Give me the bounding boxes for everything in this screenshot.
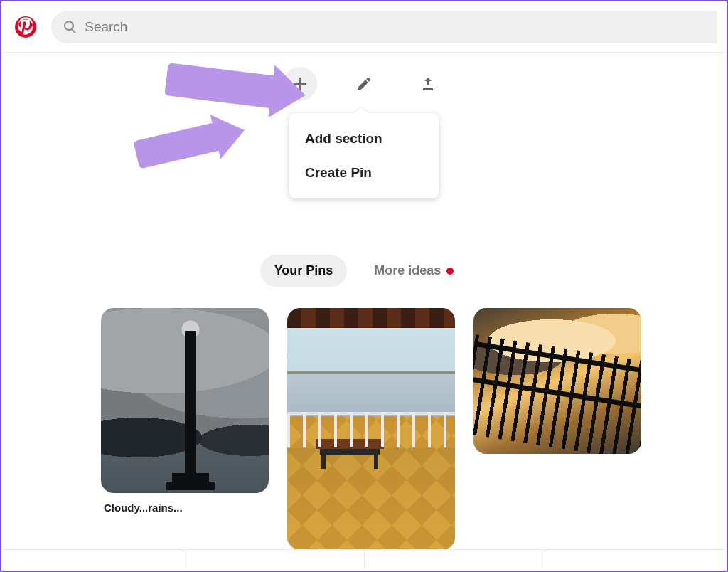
search-icon [63, 19, 77, 35]
board-tabs: Your Pins More ideas [1, 255, 727, 287]
pin-card[interactable]: Cloudy...rains... [101, 308, 269, 514]
pinterest-logo-icon [15, 16, 36, 38]
footer-bar [3, 549, 725, 569]
search-input[interactable] [85, 19, 705, 35]
fence-silhouette [473, 327, 641, 454]
pin-card[interactable] [287, 308, 455, 550]
share-button[interactable] [411, 67, 445, 101]
upload-icon [419, 75, 437, 92]
tab-more-ideas-label: More ideas [374, 263, 441, 278]
create-pin-item[interactable]: Create Pin [289, 156, 439, 190]
edit-button[interactable] [347, 67, 381, 101]
add-dropdown: Add section Create Pin [289, 113, 439, 198]
board-actions: Add section Create Pin [1, 67, 727, 101]
pin-image [287, 308, 455, 550]
add-section-item[interactable]: Add section [289, 122, 439, 156]
pin-image [473, 308, 641, 454]
pin-caption: Cloudy...rains... [104, 502, 266, 514]
tab-your-pins[interactable]: Your Pins [260, 255, 348, 287]
tab-more-ideas[interactable]: More ideas [360, 255, 468, 287]
pin-image [101, 308, 269, 493]
pencil-icon [355, 75, 373, 92]
search-bar[interactable] [51, 11, 717, 43]
notification-dot-icon [446, 268, 454, 275]
app-header [1, 1, 727, 53]
pin-card[interactable] [473, 308, 641, 454]
pins-grid: Cloudy...rains... [1, 287, 727, 550]
pinterest-logo[interactable] [11, 13, 40, 41]
